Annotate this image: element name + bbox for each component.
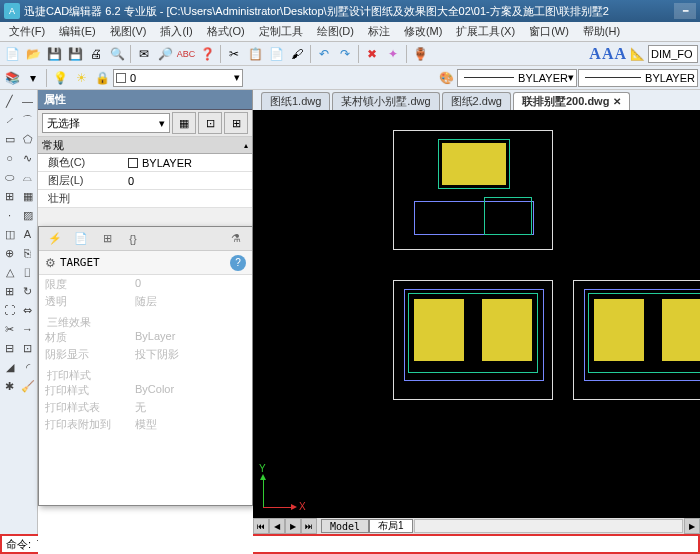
prop-layer-row[interactable]: 图层(L) 0 (38, 172, 252, 190)
menu-insert[interactable]: 插入(I) (153, 22, 199, 41)
hatch-tool[interactable]: ▨ (19, 206, 37, 224)
menu-edit[interactable]: 编辑(E) (52, 22, 103, 41)
pickadd-button[interactable]: ⊞ (224, 112, 248, 134)
spline-tool[interactable]: ∿ (19, 149, 37, 167)
block-tool[interactable]: ▦ (19, 187, 37, 205)
layout-model-tab[interactable]: Model (321, 519, 369, 533)
prop-row-3[interactable]: 壮刑 (38, 190, 252, 208)
textstyle-a-icon-2[interactable]: A (602, 45, 614, 63)
mail-button[interactable]: ✉ (134, 44, 154, 64)
fp-tab-doc[interactable]: 📄 (69, 229, 93, 249)
menu-file[interactable]: 文件(F) (2, 22, 52, 41)
bulb-on-icon[interactable]: 💡 (50, 68, 70, 88)
join-tool[interactable]: ⊡ (19, 339, 37, 357)
scroll-last-button[interactable]: ⏭ (301, 518, 317, 534)
menu-extend-tools[interactable]: 扩展工具(X) (449, 22, 522, 41)
polygon-tool[interactable]: ⬠ (19, 130, 37, 148)
selection-dropdown[interactable]: 无选择▾ (42, 113, 170, 133)
find-button[interactable]: 🔎 (155, 44, 175, 64)
scroll-next-button[interactable]: ▶ (285, 518, 301, 534)
layerstate-button[interactable]: ▾ (23, 68, 43, 88)
fp-tab-lightning[interactable]: ⚡ (43, 229, 67, 249)
paste-button[interactable]: 📄 (266, 44, 286, 64)
fp-tab-grid[interactable]: ⊞ (95, 229, 119, 249)
copy-tool[interactable]: ⎘ (19, 244, 37, 262)
layer-dropdown[interactable]: 0 ▾ (113, 69, 243, 87)
scroll-prev-button[interactable]: ◀ (269, 518, 285, 534)
trim-tool[interactable]: ✂ (1, 320, 19, 338)
audit-button[interactable]: ✦ (383, 44, 403, 64)
chamfer-tool[interactable]: ◢ (1, 358, 19, 376)
fp-tab-braces[interactable]: {} (121, 229, 145, 249)
cut-button[interactable]: ✂ (224, 44, 244, 64)
help-button[interactable]: ❓ (197, 44, 217, 64)
gear-icon[interactable]: ⚙ (45, 256, 56, 270)
color-button[interactable]: 🎨 (436, 68, 456, 88)
redo-button[interactable]: ↷ (335, 44, 355, 64)
scrollbar-h[interactable] (414, 519, 683, 533)
menu-dimension[interactable]: 标注 (361, 22, 397, 41)
preview-button[interactable]: 🔍 (107, 44, 127, 64)
new-button[interactable]: 📄 (2, 44, 22, 64)
arc-tool[interactable]: ⌒ (19, 111, 37, 129)
category-general[interactable]: 常规▴ (38, 136, 252, 154)
menu-window[interactable]: 窗口(W) (522, 22, 576, 41)
menu-modify[interactable]: 修改(M) (397, 22, 450, 41)
close-tab-icon[interactable]: ✕ (613, 96, 621, 107)
prop-color-row[interactable]: 颜色(C) BYLAYER (38, 154, 252, 172)
array-tool[interactable]: ⊞ (1, 282, 19, 300)
tab-village[interactable]: 某村镇小别墅.dwg (332, 92, 439, 110)
sun-icon[interactable]: ☀ (71, 68, 91, 88)
open-button[interactable]: 📂 (23, 44, 43, 64)
offset-tool[interactable]: ⌷ (19, 263, 37, 281)
minimize-button[interactable]: ━ (674, 3, 696, 19)
quickselect-button[interactable]: ▦ (172, 112, 196, 134)
selectobj-button[interactable]: ⊡ (198, 112, 222, 134)
matchprop-button[interactable]: 🖌 (287, 44, 307, 64)
menu-view[interactable]: 视图(V) (103, 22, 154, 41)
render-button[interactable]: 🏺 (410, 44, 430, 64)
textstyle-tool[interactable]: 📐 (627, 44, 647, 64)
text-tool[interactable]: A (19, 225, 37, 243)
scale-tool[interactable]: ⛶ (1, 301, 19, 319)
undo-button[interactable]: ↶ (314, 44, 334, 64)
layout-1-tab[interactable]: 布局1 (369, 519, 413, 533)
menu-help[interactable]: 帮助(H) (576, 22, 627, 41)
viewport[interactable]: X Y (253, 110, 700, 518)
explode-tool[interactable]: ✱ (1, 377, 19, 395)
move-tool[interactable]: ⊕ (1, 244, 19, 262)
lock-icon[interactable]: 🔒 (92, 68, 112, 88)
layerprops-button[interactable]: 📚 (2, 68, 22, 88)
linetype-dropdown[interactable]: BYLAYER▾ (457, 69, 577, 87)
fillet-tool[interactable]: ◜ (19, 358, 37, 376)
ellipsearc-tool[interactable]: ⌓ (19, 168, 37, 186)
ellipse-tool[interactable]: ⬭ (1, 168, 19, 186)
textstyle-a-icon-3[interactable]: A (614, 45, 626, 63)
textstyle-a-icon[interactable]: A (589, 45, 601, 63)
extend-tool[interactable]: → (19, 320, 37, 338)
save-button[interactable]: 💾 (44, 44, 64, 64)
spell-button[interactable]: ABC (176, 44, 196, 64)
xline-tool[interactable]: — (19, 92, 37, 110)
help-icon[interactable]: ? (230, 255, 246, 271)
stretch-tool[interactable]: ⇔ (19, 301, 37, 319)
mirror-tool[interactable]: △ (1, 263, 19, 281)
menu-custom-tools[interactable]: 定制工具 (252, 22, 310, 41)
menu-format[interactable]: 格式(O) (200, 22, 252, 41)
polyline-tool[interactable]: ⟋ (1, 111, 19, 129)
menu-draw[interactable]: 绘图(D) (310, 22, 361, 41)
tab-drawing1[interactable]: 图纸1.dwg (261, 92, 330, 110)
erase-button[interactable]: ✖ (362, 44, 382, 64)
scroll-first-button[interactable]: ⏮ (253, 518, 269, 534)
saveall-button[interactable]: 💾 (65, 44, 85, 64)
circle-tool[interactable]: ○ (1, 149, 19, 167)
copy-button[interactable]: 📋 (245, 44, 265, 64)
tab-townhouse[interactable]: 联排别墅200.dwg✕ (513, 92, 630, 110)
lineweight-dropdown[interactable]: BYLAYER (578, 69, 698, 87)
fp-tab-flask[interactable]: ⚗ (224, 229, 248, 249)
rotate-tool[interactable]: ↻ (19, 282, 37, 300)
region-tool[interactable]: ◫ (1, 225, 19, 243)
print-button[interactable]: 🖨 (86, 44, 106, 64)
break-tool[interactable]: ⊟ (1, 339, 19, 357)
tab-drawing2[interactable]: 图纸2.dwg (442, 92, 511, 110)
